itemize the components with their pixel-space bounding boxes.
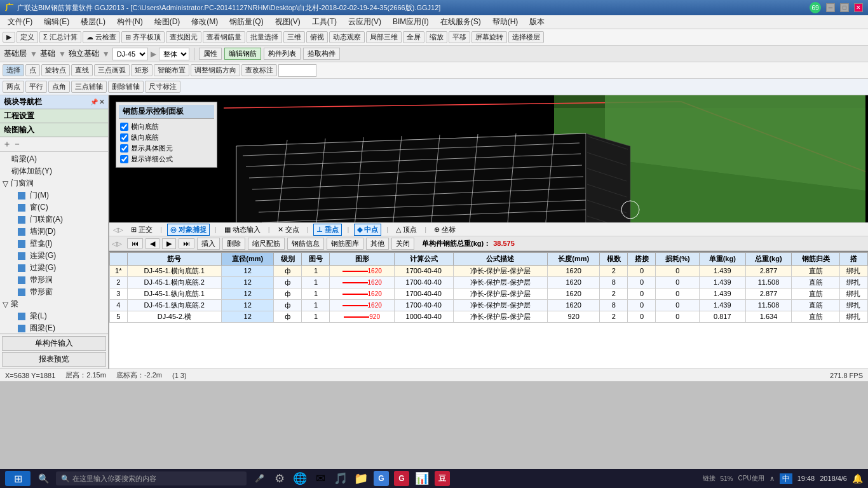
tb1-btn-13[interactable]: 缩放	[426, 31, 447, 43]
tb1-btn-7[interactable]: 批量选择	[247, 31, 282, 43]
tb2-btn-4[interactable]: 三点画弧	[94, 64, 130, 76]
tb1-btn-3[interactable]: ☁ 云检查	[83, 31, 120, 43]
table-row[interactable]: 4DJ-45-1.纵向底筋.212ф116201700-40-40净长-保护层-…	[110, 299, 868, 311]
menu-item-1[interactable]: 编辑(E)	[39, 15, 74, 29]
rtb-btn-1[interactable]: ◀	[146, 238, 159, 249]
snap-item-6[interactable]: △顶点	[393, 224, 419, 235]
menu-item-7[interactable]: 视图(V)	[270, 15, 306, 29]
tb1-btn-11[interactable]: 局部三维	[366, 31, 402, 43]
rebar-checkbox-0[interactable]	[120, 123, 128, 131]
rtb-btn-4[interactable]: 插入	[197, 238, 220, 250]
close-button[interactable]: ✕	[854, 3, 863, 12]
taskbar-icon-1[interactable]: ⚙	[272, 471, 287, 486]
tb2-btn-6[interactable]: 智能布置	[154, 64, 189, 76]
tree-item-11[interactable]: 带形窗	[0, 286, 108, 298]
maximize-button[interactable]: □	[840, 3, 849, 12]
menu-item-6[interactable]: 钢筋量(Q)	[224, 15, 268, 29]
taskbar-icon-chart[interactable]: 📊	[414, 471, 430, 486]
table-row[interactable]: 2DJ-45-1.横向底筋.212ф116201700-40-40净长-保护层-…	[110, 276, 868, 288]
taskbar-icon-browser[interactable]: 🌐	[292, 471, 308, 486]
tree-item-6[interactable]: 墙洞(D)	[0, 226, 108, 238]
snap-item-1[interactable]: ◎对象捕捉	[167, 224, 210, 236]
menu-item-5[interactable]: 修改(M)	[186, 15, 223, 29]
table-row[interactable]: 3DJ-45-1.纵向底筋.112ф116201700-40-40净长-保护层-…	[110, 288, 868, 299]
tb1-btn-15[interactable]: 屏幕旋转	[471, 31, 507, 43]
single-element-input-btn[interactable]: 单构件输入	[2, 336, 106, 351]
start-button[interactable]: ⊞	[5, 471, 31, 486]
tb2-btn-0[interactable]: 选择	[3, 64, 24, 76]
rtb-btn-9[interactable]: 其他	[366, 238, 389, 250]
bc-select-3[interactable]: DJ-45	[112, 48, 148, 60]
taskbar-icon-g1[interactable]: G	[374, 471, 389, 486]
snap-item-5[interactable]: ◆中点	[354, 224, 381, 236]
tree-item-13[interactable]: 梁(L)	[0, 310, 108, 322]
taskbar-icon-g2[interactable]: G	[394, 471, 409, 486]
bc-select-4[interactable]: 整体	[159, 48, 189, 60]
add-icon[interactable]: ＋	[3, 139, 11, 150]
tb3-btn-0[interactable]: 两点	[3, 81, 24, 93]
tree-item-8[interactable]: 连梁(G)	[0, 250, 108, 262]
tb1-btn-5[interactable]: 查找图元	[166, 31, 201, 43]
search-taskbar-btn[interactable]: 🔍	[36, 471, 51, 486]
tb1-btn-0[interactable]: ▶	[3, 32, 15, 43]
bc-action-btn-0[interactable]: 属性	[199, 48, 222, 60]
tb2-btn-5[interactable]: 矩形	[131, 64, 153, 76]
tb2-btn-8[interactable]: 查改标注	[241, 64, 277, 76]
tree-item-14[interactable]: 圈梁(E)	[0, 322, 108, 334]
minimize-button[interactable]: ─	[826, 3, 835, 12]
tree-item-1[interactable]: 砌体加筋(Y)	[0, 165, 108, 177]
menu-item-3[interactable]: 构件(N)	[112, 15, 148, 29]
tb1-btn-1[interactable]: 定义	[17, 31, 38, 43]
draw-input[interactable]	[278, 64, 316, 77]
bc-action-btn-1[interactable]: 编辑钢筋	[224, 48, 261, 60]
tb1-btn-8[interactable]: 三维	[283, 31, 305, 43]
taskbar-search-box[interactable]: 🔍 在这里输入你要搜索的内容	[56, 471, 247, 485]
systray-expand-icon[interactable]: ∧	[770, 475, 775, 483]
tb3-btn-4[interactable]: 删除辅轴	[108, 81, 144, 93]
report-preview-btn[interactable]: 报表预览	[2, 352, 106, 367]
tb1-btn-4[interactable]: ⊞ 齐平板顶	[121, 31, 165, 43]
drawing-input[interactable]: 绘图输入	[0, 123, 108, 137]
minus-icon[interactable]: －	[13, 139, 22, 150]
table-row[interactable]: 1*DJ-45-1.横向底筋.112ф116201700-40-40净长-保护层…	[110, 265, 868, 276]
mic-icon-btn[interactable]: 🎤	[252, 471, 267, 486]
notifications-icon[interactable]: 🔔	[852, 473, 863, 484]
tb3-btn-1[interactable]: 平行	[25, 81, 47, 93]
ime-indicator[interactable]: 中	[780, 473, 792, 484]
nav-pin-icon[interactable]: 📌	[90, 98, 98, 105]
tree-item-4[interactable]: 窗(C)	[0, 201, 108, 214]
rtb-btn-0[interactable]: ⏮	[127, 238, 143, 248]
tb2-btn-1[interactable]: 点	[25, 64, 40, 76]
rtb-btn-8[interactable]: 钢筋图库	[327, 238, 363, 250]
tb3-btn-5[interactable]: 尺寸标注	[145, 81, 180, 93]
tb1-btn-14[interactable]: 平移	[449, 31, 470, 43]
tb1-btn-9[interactable]: 俯视	[306, 31, 328, 43]
snap-item-4[interactable]: ⊥垂点	[313, 224, 342, 236]
tree-item-3[interactable]: 门(M)	[0, 189, 108, 201]
rtb-btn-5[interactable]: 删除	[222, 238, 245, 250]
tree-item-7[interactable]: 壁龛(I)	[0, 238, 108, 250]
tb1-btn-16[interactable]: 选择楼层	[508, 31, 544, 43]
menu-item-13[interactable]: 版本	[524, 15, 550, 29]
rtb-btn-2[interactable]: ▶	[162, 238, 176, 249]
rtb-btn-7[interactable]: 钢筋信息	[287, 238, 324, 250]
taskbar-icon-pig[interactable]: 豆	[435, 471, 450, 486]
nav-close-icon[interactable]: ✕	[99, 98, 104, 105]
snap-item-3[interactable]: ✕交点	[275, 224, 302, 235]
viewport[interactable]: X Y Z 钢筋显示控制面板 横向底筋纵向底筋显示具体图元显示详细公式	[109, 95, 868, 222]
menu-item-11[interactable]: 在线服务(S)	[435, 15, 486, 29]
menu-item-10[interactable]: BIM应用(I)	[388, 15, 434, 29]
rtb-btn-6[interactable]: 缩尺配筋	[248, 238, 285, 250]
menu-item-12[interactable]: 帮助(H)	[487, 15, 524, 29]
tb3-btn-3[interactable]: 三点辅轴	[71, 81, 107, 93]
tree-item-5[interactable]: 门联窗(A)	[0, 214, 108, 226]
tb1-btn-12[interactable]: 全屏	[403, 31, 424, 43]
tb2-btn-2[interactable]: 旋转点	[41, 64, 70, 76]
tb2-btn-7[interactable]: 调整钢筋方向	[191, 64, 240, 76]
rebar-checkbox-2[interactable]	[120, 144, 128, 152]
snap-item-0[interactable]: ⊞正交	[128, 224, 155, 235]
rtb-btn-3[interactable]: ⏭	[179, 238, 194, 248]
tb3-btn-2[interactable]: 点角	[48, 81, 70, 93]
rtb-btn-10[interactable]: 关闭	[391, 238, 414, 250]
tree-item-10[interactable]: 带形洞	[0, 274, 108, 286]
